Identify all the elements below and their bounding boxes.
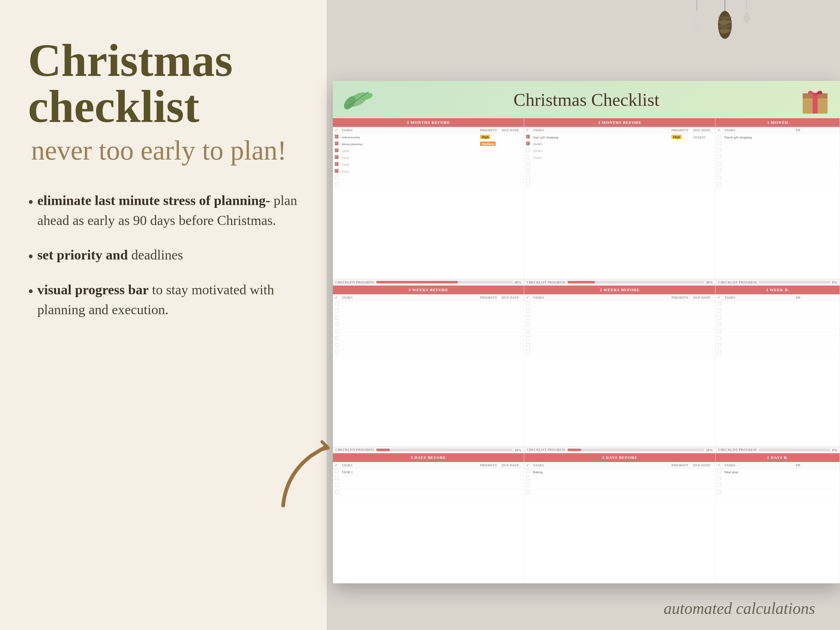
table-row [524, 322, 715, 328]
progress-pct: 0% [832, 280, 837, 284]
col-due: DUE DATE [502, 128, 522, 133]
sections-grid: 3 MONTHS BEFORE ✓ TASKS PRIORITY DUE DAT… [333, 118, 840, 583]
table-row [333, 315, 524, 322]
checkbox [335, 135, 338, 139]
checkbox [335, 336, 338, 340]
checkbox [335, 148, 338, 152]
spreadsheet: Christmas Checklist 3 MONTHS BEFORE ✓ T [333, 81, 840, 583]
col-tasks: TASKS [342, 128, 480, 133]
section-2-months: 2 MONTHS BEFORE ✓ TASKS PRIORITY DUE DAT… [524, 118, 715, 286]
table-row [333, 349, 524, 356]
progress-area-1month: CHECKLIST PROGRESS 0% [715, 279, 840, 285]
progress-track [567, 448, 704, 451]
leaf-left [339, 82, 376, 114]
checkbox [526, 350, 530, 354]
checkbox [526, 483, 530, 487]
checkbox [717, 169, 721, 173]
bottom-text: automated calculations [663, 599, 815, 617]
table-row [524, 315, 715, 322]
table-row [524, 349, 715, 356]
table-row [333, 322, 524, 328]
title-line1: Christmas [28, 35, 233, 86]
checkbox [717, 162, 721, 166]
decorations-area [653, 0, 778, 75]
progress-track [567, 281, 704, 283]
progress-label: CHECKLIST PROGRESS [718, 448, 757, 452]
col-row-1month: ✓ TASKS PR [715, 127, 840, 134]
progress-area-1week: CHECKLIST PROGRESS 0% [715, 447, 840, 453]
checkbox [717, 309, 721, 313]
progress-label: CHECKLIST PROGRESS [335, 448, 374, 452]
col-row-2days: ✓ TASKS PRIORITY DUE DATE [524, 462, 715, 469]
progress-pct: 60% [515, 280, 521, 284]
table-row [715, 476, 840, 483]
checkbox [526, 336, 530, 340]
checkbox [526, 323, 530, 326]
table-row [715, 308, 840, 315]
title-line2: checklist [28, 81, 199, 132]
section-2-months-header: 2 MONTHS BEFORE [524, 118, 715, 127]
progress-track [376, 448, 513, 451]
table-row: TASK 1 [333, 469, 524, 476]
checkbox [717, 142, 721, 145]
table-row [715, 168, 840, 175]
checkbox [335, 183, 338, 186]
checkbox [526, 309, 530, 313]
checkbox [717, 155, 721, 159]
progress-area-3months: CHECKLIST PROGRESS 60% [333, 279, 524, 285]
col-row-1day: ✓ TASKS PR [715, 462, 840, 469]
table-row [715, 161, 840, 168]
progress-area-2weeks: CHECKLIST PROGRESS 10% [524, 447, 715, 453]
table-row [333, 328, 524, 335]
checkbox [717, 469, 721, 473]
table-row [524, 182, 715, 188]
checkbox [526, 490, 530, 494]
table-row [715, 154, 840, 161]
checkbox [335, 330, 338, 333]
bullet-bold-1: eliminate last minute stress of planning… [37, 193, 270, 208]
section-1-month-header: 1 MONTH [715, 118, 840, 127]
progress-label: CHECKLIST PROGRESS [718, 281, 757, 284]
col-row-3days: ✓ TASKS PRIORITY DUE DATE [333, 462, 524, 469]
checkbox [717, 302, 721, 306]
table-row [333, 476, 524, 483]
table-row [524, 328, 715, 335]
checkbox [526, 316, 530, 319]
bullet-bold-3: visual progress bar [37, 282, 149, 297]
main-title: Christmas checklist never too early to p… [28, 25, 298, 166]
section-3-weeks: 3 WEEKS BEFORE ✓ TASKS PRIORITY DUE DATE… [333, 286, 524, 453]
table-row [524, 175, 715, 182]
table-row: Menu planning Medium [333, 141, 524, 147]
table-row [715, 175, 840, 182]
progress-fill [567, 448, 581, 451]
table-row [715, 483, 840, 489]
progress-area-3weeks: CHECKLIST PROGRESS 10% [333, 447, 524, 453]
table-row [333, 342, 524, 349]
table-row: Gift planning High [333, 134, 524, 141]
checkbox [335, 323, 338, 326]
section-3-months: 3 MONTHS BEFORE ✓ TASKS PRIORITY DUE DAT… [333, 118, 524, 286]
col-priority: PRIORITY [480, 128, 502, 133]
section-3-days-header: 3 DAYS BEFORE [333, 453, 524, 462]
left-panel: Christmas checklist never too early to p… [0, 0, 327, 630]
checkbox [335, 316, 338, 319]
svg-marker-6 [744, 12, 750, 23]
checkbox [717, 176, 721, 180]
table-row [333, 489, 524, 496]
checkbox [717, 316, 721, 319]
checkbox [335, 155, 338, 159]
progress-pct: 10% [706, 448, 713, 452]
checkbox [335, 169, 338, 173]
checkbox [335, 142, 338, 145]
checkbox [717, 350, 721, 354]
table-row [715, 141, 840, 147]
table-row: TASKS [524, 154, 715, 161]
section-3-months-header: 3 MONTHS BEFORE [333, 118, 524, 127]
col-row-3weeks: ✓ TASKS PRIORITY DUE DATE [333, 294, 524, 301]
checkbox [717, 343, 721, 347]
checkbox [526, 162, 530, 166]
col-row-2months: ✓ TASKS PRIORITY DUE DATE [524, 127, 715, 134]
table-row [715, 182, 840, 188]
checkbox [717, 323, 721, 326]
checkbox [526, 176, 530, 180]
